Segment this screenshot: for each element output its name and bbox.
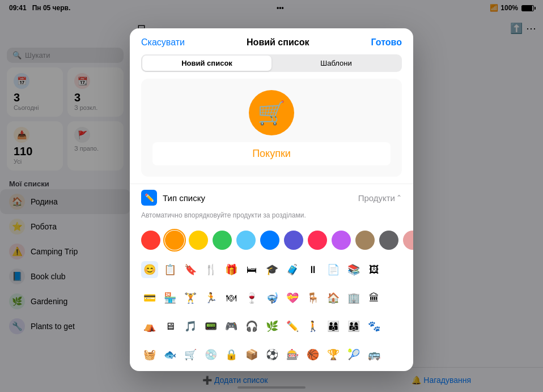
color-picker xyxy=(130,225,413,255)
list-type-icon: ✏️ xyxy=(141,190,157,206)
icon-leaf[interactable]: 🌿 xyxy=(264,318,281,335)
list-type-value[interactable]: Продукти ⌃ xyxy=(358,193,402,203)
icon-pause[interactable]: ⏸ xyxy=(304,261,321,278)
icon-grid-row1: 😊 📋 🔖 🍴 🎁 🛏 🎓 🧳 ⏸ 📄 📚 🖼 xyxy=(130,255,413,284)
icon-books[interactable]: 📚 xyxy=(345,261,362,278)
modal-header: Скасувати Новий список Готово xyxy=(130,28,413,48)
icon-fish[interactable]: 🐟 xyxy=(162,346,179,363)
icon-walk[interactable]: 🚶 xyxy=(304,318,321,335)
icon-soccer[interactable]: ⚽ xyxy=(264,346,281,363)
list-type-section: ✏️ Тип списку Продукти ⌃ Автоматично впо… xyxy=(130,184,413,225)
list-type-text: Продукти xyxy=(358,193,395,203)
icon-family[interactable]: 👨‍👩‍👦 xyxy=(325,318,342,335)
icon-gift[interactable]: 🎁 xyxy=(223,261,240,278)
icon-building[interactable]: 🏢 xyxy=(345,289,362,306)
icon-game[interactable]: 🎮 xyxy=(223,318,240,335)
icon-store[interactable]: 🏪 xyxy=(162,289,179,306)
shopping-cart-icon: 🛒 xyxy=(257,100,286,126)
icon-monitor[interactable]: 🖥 xyxy=(162,318,179,335)
list-type-row[interactable]: ✏️ Тип списку Продукти ⌃ xyxy=(130,184,413,211)
icon-fork[interactable]: 🍴 xyxy=(202,261,219,278)
color-pink[interactable] xyxy=(308,231,327,250)
hint-text: Автоматично впорядковуйте продукти за ро… xyxy=(130,211,413,225)
color-light-blue[interactable] xyxy=(236,231,256,250)
list-icon-preview[interactable]: 🛒 xyxy=(249,90,294,135)
done-button[interactable]: Готово xyxy=(371,37,402,48)
color-brown[interactable] xyxy=(355,231,375,250)
icon-headphones[interactable]: 🎧 xyxy=(243,318,260,335)
color-rose[interactable] xyxy=(403,231,413,250)
icon-pencil[interactable]: ✏️ xyxy=(284,318,301,335)
icon-disc[interactable]: 💿 xyxy=(202,346,219,363)
icon-photo[interactable]: 🖼 xyxy=(366,261,383,278)
icon-heart[interactable]: 💝 xyxy=(284,289,301,306)
icon-grid-row3: ⛺ 🖥 🎵 📟 🎮 🎧 🌿 ✏️ 🚶 👨‍👩‍👦 👨‍👩‍👧 🐾 xyxy=(130,312,413,340)
home-indicator xyxy=(237,386,306,389)
icon-slot[interactable]: 🎰 xyxy=(284,346,301,363)
icon-box[interactable]: 📦 xyxy=(243,346,260,363)
modal-title: Новий список xyxy=(247,37,309,48)
cancel-button[interactable]: Скасувати xyxy=(141,37,185,48)
icon-doc[interactable]: 📄 xyxy=(325,261,342,278)
icon-basket[interactable]: 🧺 xyxy=(141,346,158,363)
color-purple[interactable] xyxy=(332,231,351,250)
icon-dining[interactable]: 🍽 xyxy=(223,289,240,306)
icon-name-section: 🛒 xyxy=(141,79,402,177)
color-green[interactable] xyxy=(213,231,232,250)
chevron-up-icon: ⌃ xyxy=(396,194,402,202)
new-list-modal: Скасувати Новий список Готово Новий спис… xyxy=(130,28,413,371)
icon-grid-row4: 🧺 🐟 🛒 💿 🔒 📦 ⚽ 🎰 🏀 🏆 🎾 🚌 xyxy=(130,340,413,371)
icon-bank[interactable]: 🏛 xyxy=(366,289,383,306)
icon-music[interactable]: 🎵 xyxy=(182,318,199,335)
icon-grid-row2: 💳 🏪 🏋 🏃 🍽 🍷 🤿 💝 🪑 🏠 🏢 🏛 xyxy=(130,284,413,312)
icon-paw[interactable]: 🐾 xyxy=(366,318,383,335)
icon-family2[interactable]: 👨‍👩‍👧 xyxy=(345,318,362,335)
icon-bus[interactable]: 🚌 xyxy=(366,346,383,363)
icon-gym[interactable]: 🏋 xyxy=(182,289,199,306)
icon-bookmark[interactable]: 🔖 xyxy=(182,261,199,278)
icon-chair[interactable]: 🪑 xyxy=(304,289,321,306)
icon-run[interactable]: 🏃 xyxy=(202,289,219,306)
icon-emoji[interactable]: 😊 xyxy=(141,261,158,278)
icon-tent[interactable]: ⛺ xyxy=(141,318,158,335)
icon-credit-card[interactable]: 💳 xyxy=(141,289,158,306)
icon-tennis[interactable]: 🎾 xyxy=(345,346,362,363)
modal-tabs: Новий список Шаблони xyxy=(141,54,402,72)
icon-cart[interactable]: 🛒 xyxy=(182,346,199,363)
icon-luggage[interactable]: 🧳 xyxy=(284,261,301,278)
color-blue[interactable] xyxy=(260,231,279,250)
icon-lock[interactable]: 🔒 xyxy=(223,346,240,363)
color-yellow[interactable] xyxy=(189,231,208,250)
icon-graduation[interactable]: 🎓 xyxy=(264,261,281,278)
tab-templates[interactable]: Шаблони xyxy=(272,56,401,71)
color-red[interactable] xyxy=(141,231,160,250)
icon-home[interactable]: 🏠 xyxy=(325,289,342,306)
icon-diving[interactable]: 🤿 xyxy=(264,289,281,306)
icon-pager[interactable]: 📟 xyxy=(202,318,219,335)
color-indigo[interactable] xyxy=(284,231,303,250)
list-type-label: Тип списку xyxy=(163,193,353,203)
icon-trophy[interactable]: 🏆 xyxy=(325,346,342,363)
color-dark-gray[interactable] xyxy=(379,231,398,250)
icon-wine[interactable]: 🍷 xyxy=(243,289,260,306)
icon-basketball[interactable]: 🏀 xyxy=(304,346,321,363)
color-orange[interactable] xyxy=(165,231,184,250)
icon-bed[interactable]: 🛏 xyxy=(243,261,260,278)
icon-list[interactable]: 📋 xyxy=(162,261,179,278)
tab-new-list[interactable]: Новий список xyxy=(142,56,272,71)
list-name-input[interactable] xyxy=(152,142,391,165)
